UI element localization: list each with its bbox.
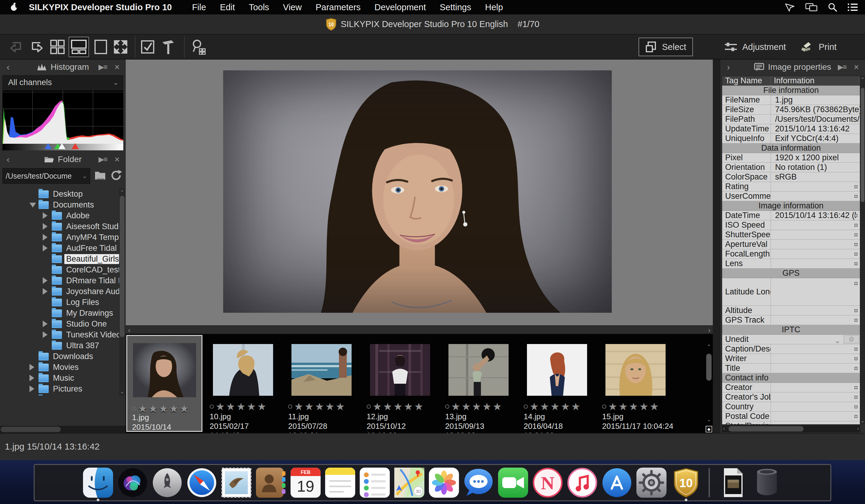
collapse-panel-icon[interactable]: ‹ <box>7 154 10 164</box>
scroll-up-icon[interactable]: ⌃ <box>119 189 125 196</box>
dock-app-store-icon[interactable] <box>602 468 632 498</box>
print-mode-button[interactable]: Print <box>795 38 843 56</box>
property-row-latitude-longi[interactable]: Latitude Longi <box>722 278 860 306</box>
thumbnail-photo[interactable] <box>133 343 196 397</box>
thumbnail-photo[interactable] <box>370 344 430 396</box>
property-row-shutterspeed[interactable]: ShutterSpeed <box>722 230 860 240</box>
sidebar-item-audfree-tidal-m[interactable]: AudFree Tidal M <box>0 243 119 254</box>
search-icon[interactable] <box>828 2 837 12</box>
thumbnail-photo[interactable] <box>527 344 587 396</box>
preview-view-button[interactable] <box>92 38 109 56</box>
dock-contacts-icon[interactable] <box>256 468 286 498</box>
edit-marker-icon[interactable] <box>854 357 857 360</box>
sidebar-item-aiseesoft-studio[interactable]: Aiseesoft Studio <box>0 221 119 232</box>
browse-folder-button[interactable] <box>94 169 107 183</box>
sidebar-item-documents[interactable]: Documents <box>0 199 119 210</box>
folder-path-input[interactable]: /Users/test/Docume ⌄ <box>2 168 90 184</box>
sidebar-item-my-drawings[interactable]: My Drawings <box>0 308 119 318</box>
menu-item-parameters[interactable]: Parameters <box>309 2 368 12</box>
undo-rotate-left-button[interactable] <box>7 38 25 56</box>
filmstrip-thumbnail-11-jpg[interactable]: ★★★★★11.jpg2015/07/28 12:19:21 <box>283 335 359 432</box>
property-row-pixel[interactable]: Pixel1920 x 1200 pixel <box>722 153 860 163</box>
redo-rotate-right-button[interactable] <box>28 38 46 56</box>
dock-calendar-icon[interactable]: FEB 19 <box>290 468 321 498</box>
rating-circle-icon[interactable] <box>445 405 449 409</box>
scroll-right-icon[interactable]: › <box>708 327 711 335</box>
edit-marker-icon[interactable] <box>854 319 857 322</box>
sidebar-item-movies[interactable]: Movies <box>0 362 119 373</box>
expand-expander-icon[interactable] <box>43 212 47 219</box>
edit-marker-icon[interactable] <box>854 415 857 418</box>
scroll-down-icon[interactable]: ⌄ <box>705 416 713 423</box>
rating-circle-icon[interactable] <box>367 405 371 409</box>
close-panel-icon[interactable]: × <box>854 62 859 72</box>
sidebar-item-desktop[interactable]: Desktop <box>0 189 119 199</box>
thumbnail-rating[interactable]: ★★★★★ <box>602 400 660 413</box>
expand-expander-icon[interactable] <box>30 375 34 381</box>
red-level-marker[interactable] <box>72 143 79 149</box>
window-title-bar[interactable]: 10 SILKYPIX Developer Studio Pro 10 Engl… <box>0 14 865 35</box>
edit-marker-icon[interactable] <box>854 367 857 370</box>
property-row-postal-code[interactable]: Postal Code <box>722 412 860 421</box>
sidebar-item-ultra-387[interactable]: Ultra 387 <box>0 340 119 351</box>
expand-expander-icon[interactable] <box>43 277 47 284</box>
filmstrip-horizontal-scrollbar[interactable]: ‹ › <box>126 325 713 335</box>
property-row-lens[interactable]: Lens <box>722 259 860 269</box>
edit-marker-icon[interactable] <box>854 243 857 246</box>
menu-item-file[interactable]: File <box>185 2 213 12</box>
property-row-rating[interactable]: Rating <box>722 182 860 191</box>
sidebar-item-drmare-tidal-m[interactable]: DRmare Tidal M <box>0 275 119 286</box>
property-row-updatetime[interactable]: UpdateTime2015/10/14 13:16:42 <box>722 124 860 134</box>
pointer-icon[interactable] <box>785 3 795 12</box>
panel-menu-icon[interactable]: ▶≡ <box>99 155 107 164</box>
thumbnail-photo[interactable] <box>291 344 351 396</box>
rating-stars[interactable]: ★★★★★ <box>608 400 660 413</box>
information-column-header[interactable]: Information <box>771 76 860 86</box>
collapse-panel-icon[interactable]: ‹ <box>7 62 10 72</box>
scrollbar-thumb[interactable] <box>120 196 125 337</box>
property-row-filename[interactable]: FileName1.jpg <box>722 95 860 105</box>
collapse-expander-icon[interactable] <box>30 203 36 208</box>
channel-select-dropdown[interactable]: All channels ⌄ <box>2 75 123 90</box>
property-row-writer[interactable]: Writer <box>722 354 860 364</box>
dock-siri-icon[interactable] <box>118 468 148 498</box>
scrollbar-thumb[interactable] <box>1 427 61 432</box>
dock-photos-icon[interactable] <box>429 468 459 498</box>
dock-notes-icon[interactable] <box>325 468 355 498</box>
rating-circle-icon[interactable] <box>210 405 214 409</box>
scrollbar-thumb[interactable] <box>861 88 864 202</box>
property-row-apertureval[interactable]: ApertureVal <box>722 240 860 249</box>
dock-system-preferences-icon[interactable] <box>636 468 667 498</box>
property-row-orientation[interactable]: OrientationNo rotation (1) <box>722 163 860 172</box>
dock-safari-icon[interactable] <box>187 468 217 498</box>
apple-logo-icon[interactable] <box>10 3 18 12</box>
dock-maps-icon[interactable]: 3D <box>394 468 424 498</box>
menu-item-edit[interactable]: Edit <box>213 2 242 12</box>
scroll-up-icon[interactable]: ⌃ <box>860 77 865 83</box>
scroll-up-icon[interactable]: ⌃ <box>705 343 713 350</box>
sidebar-item-joyoshare-audio[interactable]: Joyoshare Audio <box>0 286 119 297</box>
filmstrip-vertical-scrollbar[interactable]: ⌃ ⌄ <box>705 335 713 433</box>
thumbnail-photo[interactable] <box>213 344 273 396</box>
sidebar-item-beautiful-girls-[interactable]: Beautiful_Girls_ <box>0 254 119 264</box>
sidebar-item-downloads[interactable]: Downloads <box>0 351 119 362</box>
thumbnail-rating[interactable]: ★★★★★ <box>367 400 424 413</box>
scrollbar-thumb[interactable] <box>728 426 804 432</box>
sidebar-item-anymp4-temp[interactable]: AnyMP4 Temp <box>0 232 119 243</box>
menu-item-help[interactable]: Help <box>478 2 510 12</box>
preview-photo-portrait[interactable] <box>223 70 612 313</box>
thumbnail-view-button[interactable] <box>49 38 66 56</box>
filmstrip-thumbnail-14-jpg[interactable]: ★★★★★14.jpg2016/04/18 10:24:23 <box>519 335 595 432</box>
edit-marker-icon[interactable] <box>854 233 857 236</box>
edit-marker-icon[interactable] <box>854 386 857 389</box>
edit-marker-icon[interactable] <box>854 406 857 408</box>
property-row-caption-descr[interactable]: Caption/Descr <box>722 344 860 354</box>
thumbnail-size-icon[interactable]: ◆ <box>706 426 712 432</box>
edit-marker-icon[interactable] <box>854 282 857 285</box>
edit-marker-icon[interactable] <box>854 185 857 188</box>
thumbnail-rating[interactable]: ★★★★★ <box>445 400 503 413</box>
menu-item-tools[interactable]: Tools <box>242 2 276 12</box>
rating-circle-icon[interactable] <box>523 405 528 409</box>
sidebar-item-tuneskit-video[interactable]: TunesKit Video <box>0 329 119 340</box>
menu-item-settings[interactable]: Settings <box>433 2 478 12</box>
